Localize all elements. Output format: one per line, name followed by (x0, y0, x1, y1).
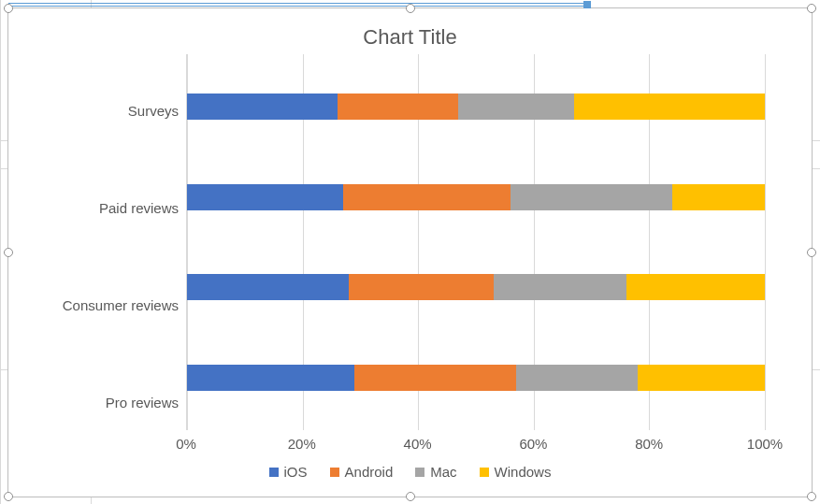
legend-item-windows[interactable]: Windows (480, 464, 552, 480)
bar-segment-windows[interactable] (672, 184, 765, 210)
legend-label: iOS (284, 464, 308, 480)
gridline (765, 54, 766, 430)
bar-paid-reviews[interactable] (187, 184, 765, 210)
resize-handle-left[interactable] (4, 248, 13, 257)
bar-pro-reviews[interactable] (187, 365, 765, 391)
bar-segment-android[interactable] (354, 365, 516, 391)
x-axis-tick: 60% (519, 436, 547, 452)
bar-consumer-reviews[interactable] (187, 274, 765, 300)
legend-item-ios[interactable]: iOS (269, 464, 308, 480)
bar-segment-ios[interactable] (187, 274, 349, 300)
resize-handle-top-left[interactable] (4, 4, 13, 13)
bar-segment-android[interactable] (349, 274, 494, 300)
y-axis-label: Surveys (128, 103, 179, 119)
legend-label: Mac (430, 464, 456, 480)
legend-swatch-icon (415, 468, 424, 477)
legend-swatch-icon (480, 468, 489, 477)
resize-handle-bottom[interactable] (406, 492, 415, 501)
legend-item-mac[interactable]: Mac (415, 464, 456, 480)
resize-handle-top[interactable] (406, 4, 415, 13)
bar-segment-windows[interactable] (626, 274, 765, 300)
x-axis-tick: 0% (176, 436, 196, 452)
bar-segment-android[interactable] (343, 184, 511, 210)
y-axis-labels: Surveys Paid reviews Consumer reviews Pr… (46, 54, 186, 458)
selection-outline-top (8, 3, 587, 7)
y-axis-label: Consumer reviews (63, 296, 179, 312)
resize-handle-right[interactable] (807, 248, 816, 257)
bar-surveys[interactable] (187, 94, 765, 120)
x-axis: 0% 20% 40% 60% 80% 100% (186, 430, 765, 458)
x-axis-tick: 20% (288, 436, 316, 452)
y-axis-label: Paid reviews (99, 200, 179, 216)
selection-outline-knob (583, 1, 591, 8)
legend-swatch-icon (269, 468, 279, 477)
bar-segment-mac[interactable] (458, 94, 574, 120)
bar-segment-windows[interactable] (574, 94, 765, 120)
legend-item-android[interactable]: Android (330, 464, 394, 480)
bar-segment-ios[interactable] (187, 365, 354, 391)
resize-handle-bottom-right[interactable] (807, 492, 816, 501)
bar-segment-windows[interactable] (638, 365, 765, 391)
y-axis-label: Pro reviews (106, 394, 179, 410)
x-axis-tick: 100% (747, 436, 783, 452)
legend-label: Windows (495, 464, 552, 480)
chart-object[interactable]: Chart Title Surveys Paid reviews Consume… (7, 7, 813, 497)
bar-segment-ios[interactable] (187, 94, 338, 120)
plot-area[interactable] (186, 54, 765, 430)
x-axis-tick: 80% (635, 436, 663, 452)
resize-handle-bottom-left[interactable] (4, 492, 13, 501)
x-axis-tick: 40% (404, 436, 432, 452)
bar-segment-mac[interactable] (516, 365, 638, 391)
resize-handle-top-right[interactable] (807, 4, 816, 13)
bar-segment-ios[interactable] (187, 184, 343, 210)
bar-segment-android[interactable] (338, 94, 459, 120)
bar-segment-mac[interactable] (494, 274, 626, 300)
legend[interactable]: iOS Android Mac Windows (18, 458, 802, 489)
bar-segment-mac[interactable] (511, 184, 672, 210)
chart-title[interactable]: Chart Title (18, 16, 802, 54)
legend-label: Android (345, 464, 394, 480)
legend-swatch-icon (330, 468, 339, 477)
